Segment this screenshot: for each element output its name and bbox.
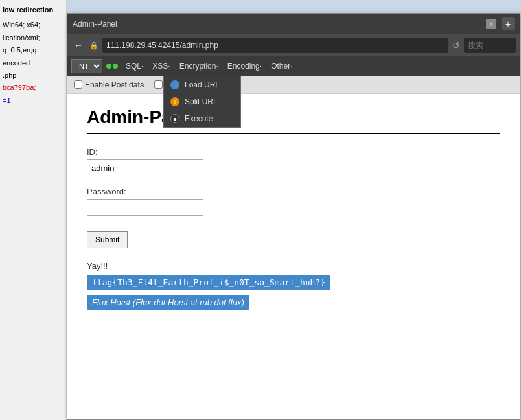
lock-icon: 🔒 <box>89 41 98 50</box>
sidebar-item-5: .php <box>3 71 64 80</box>
left-sidebar: low redirection Win64; x64; lication/xml… <box>0 0 67 420</box>
enable-post-data-checkbox[interactable] <box>74 80 82 89</box>
enable-post-data-label[interactable]: Enable Post data <box>74 80 144 89</box>
flag-box: flag{Th3_Fl4t_Earth_Prof_i$_n0T_so_Smart… <box>87 275 330 290</box>
yay-text: Yay!!! <box>87 261 500 271</box>
dropdown-menu: → Load URL ⚡ Split URL ● Execute <box>163 76 241 128</box>
password-label: Password: <box>87 187 500 196</box>
enable-post-data-text: Enable Post data <box>85 80 144 89</box>
toolbar-xss[interactable]: XSS· <box>148 60 174 72</box>
close-button[interactable]: × <box>486 19 496 29</box>
back-button[interactable]: ← <box>71 39 86 52</box>
toolbar-encryption[interactable]: Encryption· <box>176 60 222 72</box>
password-group: Password: <box>87 187 500 216</box>
page-content: Admin-Panel ID: Password: Submit Yay!!! … <box>67 94 520 419</box>
title-bar: Admin-Panel × + <box>67 14 520 34</box>
result-section: Yay!!! flag{Th3_Fl4t_Earth_Prof_i$_n0T_s… <box>87 261 500 310</box>
dropdown-split-url[interactable]: ⚡ Split URL <box>164 93 240 110</box>
address-input[interactable] <box>102 38 448 53</box>
toolbar-other[interactable]: Other· <box>267 60 296 72</box>
sidebar-item-2: lication/xml; <box>3 33 64 43</box>
id-label: ID: <box>87 147 500 157</box>
status-dots <box>106 64 118 69</box>
execute-label: Execute <box>185 114 213 123</box>
int-select[interactable]: INT <box>71 59 102 73</box>
page-title: Admin-Panel <box>87 107 500 134</box>
load-url-label: Load URL <box>185 80 220 89</box>
dot-green-2 <box>113 64 118 69</box>
address-bar: ← 🔒 ↺ <box>67 34 520 56</box>
toolbar-sql[interactable]: SQL· <box>122 60 147 72</box>
flux-box: Flux Horst (Flux dot Horst at rub dot fl… <box>87 295 249 310</box>
split-url-icon: ⚡ <box>170 97 179 106</box>
checkboxes-bar: Enable Post data Enable Referrer <box>67 76 520 94</box>
sidebar-item-6: bca797ba; <box>3 83 64 93</box>
reload-button[interactable]: ↺ <box>452 40 460 51</box>
execute-icon: ● <box>170 114 179 123</box>
dropdown-execute[interactable]: ● Execute <box>164 110 240 127</box>
dropdown-load-url[interactable]: → Load URL <box>164 76 240 93</box>
id-input[interactable] <box>87 159 203 176</box>
browser-title: Admin-Panel <box>73 19 481 29</box>
submit-button[interactable]: Submit <box>87 231 128 248</box>
search-input[interactable] <box>464 38 516 53</box>
enable-referrer-checkbox[interactable] <box>154 80 163 89</box>
id-group: ID: <box>87 147 500 176</box>
toolbar: INT SQL· XSS· Encryption· Encoding· Othe… <box>67 56 520 76</box>
split-url-label: Split URL <box>185 97 218 106</box>
load-url-icon: → <box>170 80 179 89</box>
browser-window: Admin-Panel × + ← 🔒 ↺ INT SQL· XSS· Encr… <box>67 13 520 420</box>
sidebar-item-3: q=0.5,en;q= <box>3 45 64 55</box>
dot-green-1 <box>106 64 111 69</box>
new-tab-button[interactable]: + <box>502 18 515 30</box>
password-input[interactable] <box>87 199 203 216</box>
sidebar-item-4: encoded <box>3 58 64 68</box>
sidebar-item-1: Win64; x64; <box>3 20 64 30</box>
sidebar-title: low redirection <box>3 5 64 15</box>
toolbar-encoding[interactable]: Encoding· <box>224 60 266 72</box>
sidebar-item-7: =1 <box>3 96 64 106</box>
